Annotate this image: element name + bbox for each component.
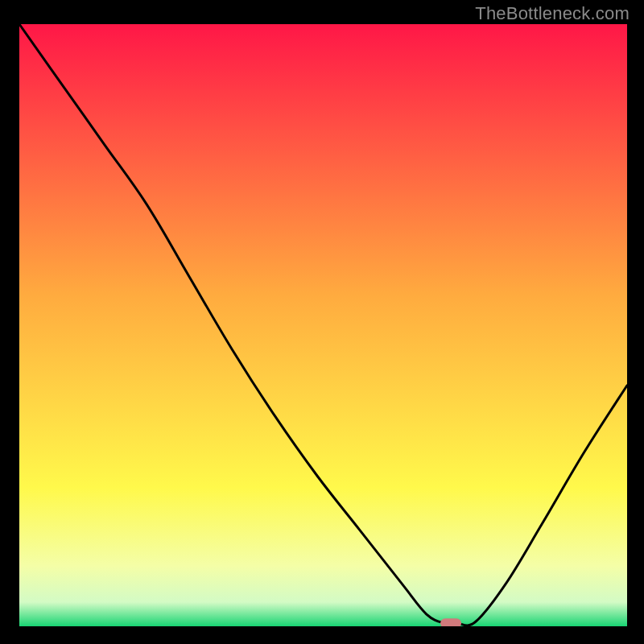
chart-svg — [19, 24, 627, 626]
optimal-marker — [440, 618, 461, 626]
watermark-label: TheBottleneck.com — [475, 3, 630, 24]
plot-area — [19, 24, 627, 626]
chart-frame: TheBottleneck.com — [0, 0, 644, 644]
